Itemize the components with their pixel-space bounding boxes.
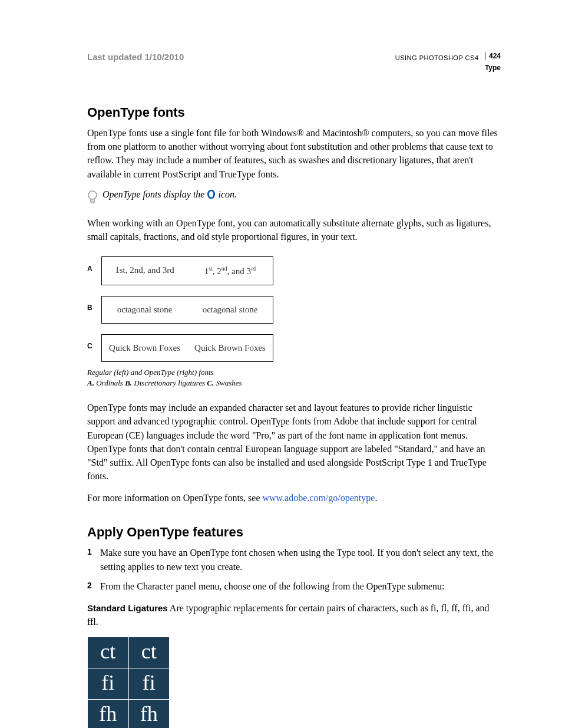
paragraph: OpenType fonts use a single font file fo… <box>87 126 501 181</box>
tip-callout: OpenType fonts display the icon. <box>87 189 501 206</box>
figure-cell: octagonal stone <box>102 297 187 323</box>
svg-point-2 <box>209 190 214 198</box>
tip-text: OpenType fonts display the icon. <box>103 189 237 200</box>
lig-cell: ct <box>88 637 129 668</box>
lightbulb-icon <box>87 190 98 206</box>
paragraph: OpenType fonts may include an expanded c… <box>87 401 501 483</box>
definition-standard-ligatures: Standard Ligatures Are typographic repla… <box>87 601 501 628</box>
lig-cell: fi <box>88 668 129 700</box>
opentype-o-icon <box>207 190 216 199</box>
figure-row-label: B <box>87 304 98 312</box>
figure-cell: Quick Brown Foxes <box>187 335 273 361</box>
figure-cell: Quick Brown Foxes <box>102 335 187 361</box>
svg-point-0 <box>88 191 97 199</box>
figure-caption: Regular (left) and OpenType (right) font… <box>87 368 501 377</box>
figure-cell: 1st, 2nd, and 3rd <box>187 257 273 285</box>
figure-cell: octagonal stone <box>187 297 273 323</box>
section-name: Type <box>395 64 501 72</box>
paragraph: When working with an OpenType font, you … <box>87 216 501 243</box>
lig-cell: fi <box>128 668 170 700</box>
figure-row-label: C <box>87 342 98 350</box>
paragraph: For more information on OpenType fonts, … <box>87 491 501 505</box>
header-right: USING PHOTOSHOP CS4 424 Type <box>395 52 501 72</box>
step-item: From the Character panel menu, choose on… <box>87 579 501 593</box>
lig-cell: fh <box>128 700 170 728</box>
heading-opentype-fonts: OpenType fonts <box>87 105 501 120</box>
figure-opentype-comparison: A 1st, 2nd, and 3rd 1st, 2nd, and 3rd B … <box>87 252 501 388</box>
lig-cell: fh <box>88 700 129 728</box>
document-title: USING PHOTOSHOP CS4 <box>395 54 479 61</box>
opentype-info-link[interactable]: www.adobe.com/go/opentype <box>262 493 375 503</box>
page-header: Last updated 1/10/2010 USING PHOTOSHOP C… <box>87 52 501 72</box>
step-item: Make sure you have an OpenType font chos… <box>87 546 501 573</box>
figure-cell: 1st, 2nd, and 3rd <box>102 257 187 285</box>
steps-list: Make sure you have an OpenType font chos… <box>87 546 501 593</box>
heading-apply-opentype: Apply OpenType features <box>87 525 501 540</box>
last-updated: Last updated 1/10/2010 <box>87 52 184 62</box>
figure-row-label: A <box>87 265 98 273</box>
document-page: Last updated 1/10/2010 USING PHOTOSHOP C… <box>0 0 562 728</box>
figure-ligatures: ctct fifi fhfh <box>87 637 170 728</box>
figure-caption-keys: A. Ordinals B. Discretionary ligatures C… <box>87 378 501 388</box>
lig-cell: ct <box>128 637 170 668</box>
page-number: 424 <box>485 52 501 60</box>
